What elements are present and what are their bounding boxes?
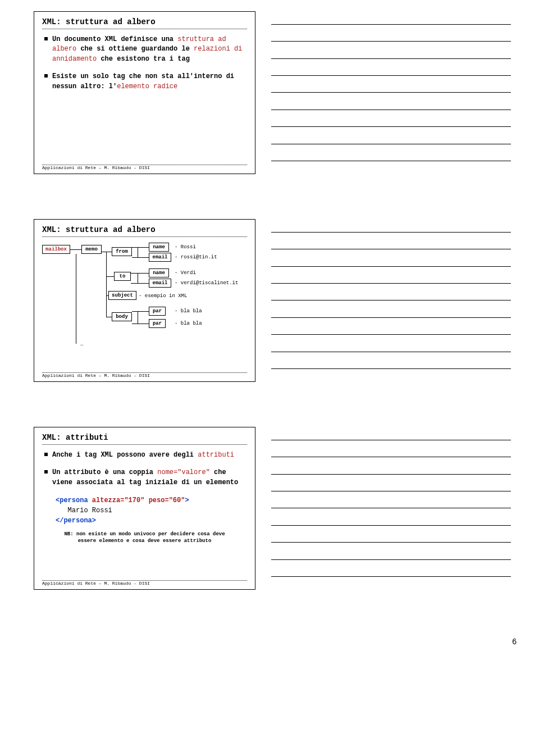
code-tag: > <box>185 497 189 504</box>
note-lines <box>271 11 511 174</box>
slide-footer: Applicazioni di Rete – M. Ribaudo - DISI <box>42 165 247 170</box>
highlight: nome="valore" <box>157 468 210 476</box>
tree-node-email: email <box>149 253 171 262</box>
slide-footer: Applicazioni di Rete – M. Ribaudo - DISI <box>42 580 247 586</box>
footer-text: Applicazioni di Rete – M. Ribaudo - DISI <box>42 581 247 586</box>
tree-node-email: email <box>149 279 171 288</box>
divider <box>42 29 247 29</box>
tree-node-par: par <box>149 319 166 328</box>
text: che si ottiene guardando le <box>76 45 194 53</box>
bullet-icon <box>44 74 48 78</box>
tree-node-from: from <box>112 247 132 256</box>
text: Un attributo è una coppia <box>52 468 157 476</box>
footer-text: Applicazioni di Rete – M. Ribaudo - DISI <box>42 165 247 170</box>
bullet: Esiste un solo tag che non sta all'inter… <box>42 72 247 92</box>
tree-node-name: name <box>149 243 169 252</box>
text: NB: non esiste un modo univoco per decid… <box>64 531 225 537</box>
slide-footer: Applicazioni di Rete – M. Ribaudo - DISI <box>42 372 247 378</box>
tree-node-memo: memo <box>81 245 102 254</box>
slide-1-title: XML: struttura ad albero <box>42 17 247 26</box>
bullet-text: Un attributo è una coppia nome="valore" … <box>52 468 247 488</box>
bullet-icon <box>44 37 48 40</box>
tree-value: - verdi@tiscalinet.it <box>175 280 238 286</box>
bullet-text: Esiste un solo tag che non sta all'inter… <box>52 72 247 92</box>
slide-2-title: XML: struttura ad albero <box>42 225 247 234</box>
tree-value: - bla bla <box>175 321 202 326</box>
slides-row-2: XML: struttura ad albero mailbox memo fr… <box>0 219 539 382</box>
tree-ellipsis: … <box>80 341 83 347</box>
code-tag: </persona> <box>56 517 96 525</box>
bullet-text: Un documento XML definisce una struttura… <box>52 35 247 64</box>
divider <box>42 444 247 445</box>
text: essere elemento e cosa deve essere attri… <box>78 538 212 544</box>
slide-3: XML: attributi Anche i tag XML possono a… <box>34 427 255 590</box>
bullet: Un attributo è una coppia nome="valore" … <box>42 468 247 488</box>
slide-3-title: XML: attributi <box>42 433 247 442</box>
tree-value: - bla bla <box>175 308 202 314</box>
tree-node-par: par <box>149 307 166 316</box>
slides-row-3: XML: attributi Anche i tag XML possono a… <box>0 427 539 590</box>
bullet: Un documento XML definisce una struttura… <box>42 35 247 64</box>
code-content: Mario Rossi <box>68 507 112 514</box>
slide-1: XML: struttura ad albero Un documento XM… <box>34 11 255 174</box>
divider <box>42 236 247 237</box>
text: che esistono tra i tag <box>97 55 190 63</box>
note-text: NB: non esiste un modo univoco per decid… <box>42 531 247 544</box>
bullet-icon <box>44 453 48 456</box>
tree-node-mailbox: mailbox <box>42 245 70 254</box>
note-lines <box>271 219 511 382</box>
tree-node-name: name <box>149 268 169 277</box>
tree-node-to: to <box>114 272 131 281</box>
bullet-text: Anche i tag XML possono avere degli attr… <box>52 450 234 460</box>
tree-value: - Rossi <box>175 244 196 250</box>
highlight: attributi <box>198 451 234 459</box>
tree-value: - rossi@tin.it <box>175 254 217 260</box>
tree-diagram: mailbox memo from name - Rossi email - r… <box>42 243 247 361</box>
tree-node-subject: subject <box>108 291 136 300</box>
tree-node-body: body <box>112 312 132 321</box>
bullet: Anche i tag XML possono avere degli attr… <box>42 450 247 460</box>
bullet-icon <box>44 470 48 473</box>
page-number: 6 <box>512 637 517 646</box>
slides-row-1: XML: struttura ad albero Un documento XM… <box>0 11 539 174</box>
text: Anche i tag XML possono avere degli <box>52 451 198 459</box>
footer-text: Applicazioni di Rete – M. Ribaudo - DISI <box>42 373 247 378</box>
code-attrs: altezza="170" peso="60" <box>92 497 185 504</box>
tree-value: - esempio in XML <box>139 293 187 299</box>
highlight: elemento radice <box>117 83 177 90</box>
slide-2: XML: struttura ad albero mailbox memo fr… <box>34 219 255 382</box>
text: Un documento XML definisce una <box>52 35 173 43</box>
code-tag: <persona <box>56 497 92 504</box>
code-example: <persona altezza="170" peso="60"> Mario … <box>56 495 247 526</box>
tree-value: - Verdi <box>175 270 196 276</box>
note-lines <box>271 427 511 590</box>
